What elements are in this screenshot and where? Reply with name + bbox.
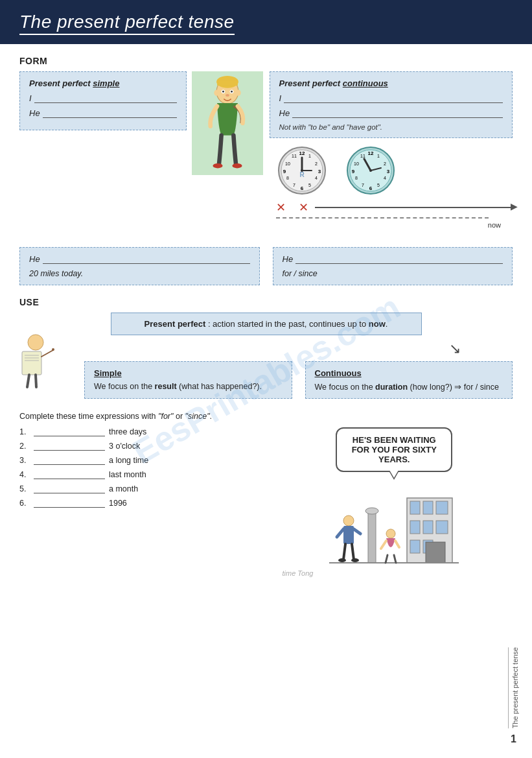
content-area: FORM Present perfect simple I <box>0 56 532 577</box>
svg-text:9: 9 <box>283 169 286 174</box>
svg-point-6 <box>231 91 233 93</box>
svg-text:7: 7 <box>293 183 295 187</box>
svg-point-67 <box>365 508 378 514</box>
svg-text:11: 11 <box>360 154 365 158</box>
svg-text:11: 11 <box>292 154 297 158</box>
svg-text:4: 4 <box>384 176 386 180</box>
list-item: 5. a month <box>19 484 257 493</box>
svg-rect-69 <box>343 526 354 544</box>
list-item: 1. three days <box>19 427 257 436</box>
svg-line-53 <box>36 375 36 387</box>
svg-point-7 <box>226 94 229 97</box>
svg-text:3: 3 <box>386 169 389 174</box>
svg-line-52 <box>27 375 29 387</box>
use-continuous-box: Continuous We focus on the duration (how… <box>305 361 513 399</box>
svg-line-71 <box>354 529 360 534</box>
use-section-label: USE <box>19 297 513 307</box>
svg-point-77 <box>386 529 395 538</box>
simple-line1: I <box>29 93 177 103</box>
list-item: 6. 1996 <box>19 499 257 508</box>
exercise-list: 1. three days 2. 3 o'clock 3. a long tim… <box>19 427 257 577</box>
svg-text:1: 1 <box>377 154 380 158</box>
svg-point-75 <box>351 558 359 562</box>
svg-line-80 <box>386 555 387 563</box>
use-main-box: Present perfect : action started in the … <box>111 313 422 335</box>
svg-point-4 <box>222 91 224 93</box>
example-right-line1: He <box>283 254 503 264</box>
header-bar: The present perfect tense <box>0 0 532 44</box>
teacher-figure <box>13 332 58 392</box>
cartoon-boy-illustration <box>192 71 263 175</box>
present-perfect-continuous-box: Present perfect continuous I He Not with… <box>270 71 513 138</box>
svg-text:9: 9 <box>351 169 354 174</box>
use-main-text-part1: Present perfect : action started in the … <box>145 319 369 329</box>
svg-point-11 <box>232 163 242 169</box>
comic-scene-svg <box>329 485 459 569</box>
use-boxes-wrapper: Simple We focus on the result (what has … <box>84 361 513 399</box>
svg-text:7: 7 <box>362 183 364 187</box>
use-section: Present perfect : action started in the … <box>19 313 513 399</box>
svg-rect-63 <box>410 540 420 553</box>
continuous-note: Not with "to be" and "have got". <box>279 123 503 131</box>
svg-rect-60 <box>410 521 420 534</box>
time-tong-label: time Tong <box>283 569 314 577</box>
side-text: The present perfect tense <box>508 647 519 728</box>
svg-point-8 <box>214 89 219 95</box>
arrow-down: ↘ <box>19 342 513 356</box>
timeline-area: ✕ ✕ ▶ now <box>270 200 513 229</box>
bubble-tail-inner <box>389 470 399 478</box>
form-section-label: FORM <box>19 56 513 66</box>
svg-text:12: 12 <box>367 150 373 156</box>
x-mark-2: ✕ <box>299 200 308 215</box>
present-perfect-simple-box: Present perfect simple I He <box>19 71 187 130</box>
svg-text:2: 2 <box>384 161 386 166</box>
continuous-line1: I <box>279 93 503 103</box>
page-title: The present perfect tense <box>19 12 235 35</box>
svg-point-68 <box>343 515 354 526</box>
svg-text:1: 1 <box>308 154 311 158</box>
svg-point-10 <box>213 163 222 169</box>
svg-text:6: 6 <box>300 185 303 191</box>
x-mark-1: ✕ <box>276 200 286 215</box>
list-item: 2. 3 o'clock <box>19 442 257 451</box>
svg-line-81 <box>394 555 396 563</box>
arrow-line: ▶ <box>315 207 513 208</box>
continuous-line2: He <box>279 108 503 118</box>
svg-text:8: 8 <box>286 176 289 180</box>
svg-line-73 <box>352 544 354 560</box>
svg-text:6: 6 <box>369 185 372 191</box>
page-number: 1 <box>511 733 516 745</box>
clocks-area: 12 3 6 9 11 1 2 4 5 7 8 10 <box>270 145 513 196</box>
use-simple-box: Simple We focus on the result (what has … <box>84 361 292 399</box>
svg-rect-65 <box>426 542 445 563</box>
boy-svg <box>195 75 260 172</box>
svg-point-47 <box>28 335 43 350</box>
example-boxes-row: He 20 miles today. He for / since <box>19 247 513 285</box>
svg-point-55 <box>52 348 54 351</box>
svg-rect-2 <box>217 80 238 86</box>
svg-text:R: R <box>299 171 305 178</box>
page-footer: The present perfect tense 1 <box>508 647 519 745</box>
svg-point-74 <box>338 558 346 562</box>
simple-line2: He <box>29 108 177 118</box>
example-left-line1: He <box>29 254 250 264</box>
speech-bubble: HE'S BEEN WAITING FOR YOU FOR SIXTY YEAR… <box>336 427 452 472</box>
dashed-timeline <box>276 217 489 219</box>
svg-point-46 <box>369 169 372 172</box>
form-section: Present perfect simple I He <box>19 71 513 234</box>
clock2-svg: 12 3 6 9 11 1 2 4 5 7 8 10 <box>345 145 397 196</box>
right-col: Present perfect continuous I He Not with… <box>270 71 513 234</box>
svg-line-70 <box>337 529 343 537</box>
svg-text:5: 5 <box>377 183 380 187</box>
exercise-row: 1. three days 2. 3 o'clock 3. a long tim… <box>19 427 513 577</box>
use-continuous-title: Continuous <box>315 368 503 378</box>
svg-text:12: 12 <box>299 150 305 156</box>
example-box-right: He for / since <box>273 247 513 285</box>
continuous-box-title: Present perfect continuous <box>279 78 503 88</box>
svg-text:8: 8 <box>355 176 358 180</box>
teacher-svg <box>13 332 58 390</box>
svg-text:10: 10 <box>285 161 290 166</box>
svg-text:2: 2 <box>315 161 318 166</box>
svg-rect-61 <box>423 521 433 534</box>
use-simple-title: Simple <box>94 368 283 378</box>
